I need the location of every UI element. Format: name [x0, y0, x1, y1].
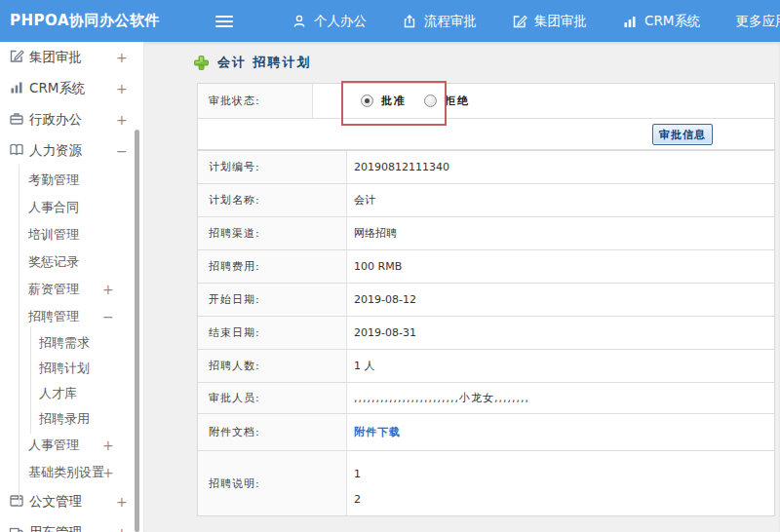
person-icon: [292, 14, 307, 29]
edit-icon: [9, 49, 24, 67]
edit-icon: [512, 14, 527, 29]
chart-icon: [9, 80, 24, 98]
topnav-item[interactable]: CRM系统: [622, 13, 700, 30]
sidebar-item-行政办公[interactable]: 行政办公+: [0, 104, 143, 135]
radio-approve[interactable]: 批准: [361, 94, 407, 108]
sidebar-item-人事管理[interactable]: 人事管理+: [0, 432, 143, 459]
sidebar-item-人才库[interactable]: 人才库: [0, 381, 143, 406]
sidebar-item-基础类别设置[interactable]: 基础类别设置+: [0, 459, 143, 486]
field-value: 12: [347, 451, 774, 515]
expand-icon[interactable]: +: [102, 465, 114, 480]
topnav-item[interactable]: 流程审批: [402, 13, 477, 30]
sidebar-item-label: 招聘录用: [39, 410, 90, 428]
tree-guide-line: [19, 165, 20, 506]
sidebar-item-label: 集团审批: [29, 49, 82, 66]
collapse-icon[interactable]: −: [102, 309, 114, 324]
table-row: 计划编号:20190812111340: [198, 151, 774, 184]
sidebar-item-人事合同[interactable]: 人事合同: [0, 194, 143, 221]
topnav-item-label: 集团审批: [534, 13, 587, 30]
topnav-item[interactable]: 更多应用: [735, 13, 780, 30]
approval-button-row: 审批信息: [198, 119, 774, 150]
sidebar-item-招聘录用[interactable]: 招聘录用: [0, 406, 143, 432]
approver-value: ,,,,,,,,,,,,,,,,,,,,,,,,小龙女,,,,,,,,: [354, 391, 529, 405]
sidebar-item-培训管理[interactable]: 培训管理: [0, 221, 143, 248]
expand-icon[interactable]: +: [116, 525, 128, 532]
table-row: 结束日期:2019-08-31: [198, 317, 774, 350]
field-value: 100 RMB: [347, 250, 774, 283]
app-logo: PHPOA协同办公软件: [0, 12, 160, 30]
table-row: 招聘人数:1 人: [198, 350, 774, 383]
sidebar-item-招聘管理[interactable]: 招聘管理−: [0, 303, 143, 330]
sidebar-item-招聘需求[interactable]: 招聘需求: [0, 330, 143, 356]
field-value: 1 人: [347, 350, 774, 382]
collapse-icon[interactable]: −: [116, 143, 128, 159]
field-value: 会计: [347, 184, 774, 216]
page-title-row: 会计 招聘计划: [194, 54, 312, 71]
expand-icon[interactable]: +: [116, 50, 128, 65]
approval-status-row: 审批状态: 批准 拒绝: [198, 84, 774, 119]
field-label: 开始日期:: [198, 284, 347, 316]
sidebar-item-label: 人事管理: [28, 437, 79, 454]
sidebar-item-label: 用车管理: [29, 524, 82, 532]
radio-approve-icon[interactable]: [361, 95, 373, 107]
expand-icon[interactable]: +: [116, 494, 128, 510]
sidebar-item-考勤管理[interactable]: 考勤管理: [0, 167, 143, 194]
page-title: 会计 招聘计划: [217, 54, 312, 71]
table-row: 开始日期:2019-08-12: [198, 284, 774, 317]
approval-status-label: 审批状态:: [198, 84, 313, 118]
sidebar-item-label: 人力资源: [29, 142, 82, 160]
field-label: 附件文档:: [198, 414, 347, 450]
expand-icon[interactable]: +: [116, 81, 128, 96]
briefcase-icon: [9, 111, 24, 130]
field-label: 招聘费用:: [198, 250, 347, 283]
radio-reject-label: 拒绝: [445, 94, 470, 108]
table-row: 计划名称:会计: [198, 184, 774, 217]
sidebar-item-label: 招聘需求: [39, 334, 90, 352]
topnav-item-label: CRM系统: [644, 13, 700, 30]
sidebar-item-label: 考勤管理: [28, 171, 79, 189]
hamburger-menu-icon[interactable]: [215, 13, 233, 30]
expand-icon[interactable]: +: [102, 437, 114, 453]
field-value-line: 1: [354, 462, 361, 487]
sidebar-item-奖惩记录[interactable]: 奖惩记录: [0, 248, 143, 276]
field-label: 计划编号:: [198, 151, 347, 183]
sidebar-item-label: 招聘计划: [39, 360, 90, 377]
radio-reject-icon[interactable]: [424, 95, 437, 107]
expand-icon[interactable]: +: [116, 112, 128, 128]
sidebar-item-label: CRM系统: [29, 80, 85, 97]
sidebar-item-label: 薪资管理: [28, 281, 79, 298]
sidebar-item-薪资管理[interactable]: 薪资管理+: [0, 276, 143, 303]
approval-section: 审批状态: 批准 拒绝 审批信息: [197, 83, 775, 151]
radio-approve-label: 批准: [381, 94, 407, 108]
sidebar-item-CRM系统[interactable]: CRM系统+: [0, 73, 143, 104]
topnav-item-label: 个人办公: [314, 13, 367, 30]
topnav-item[interactable]: 集团审批: [512, 13, 587, 30]
expand-icon[interactable]: +: [102, 282, 114, 297]
topnav-item-label: 更多应用: [735, 13, 780, 30]
add-icon: [194, 56, 209, 70]
field-value: 20190812111340: [347, 151, 774, 183]
approval-status-value: 批准 拒绝: [313, 84, 774, 118]
sidebar-item-集团审批[interactable]: 集团审批+: [0, 42, 143, 73]
sidebar-item-用车管理[interactable]: 用车管理+: [0, 517, 143, 532]
attachment-download-link[interactable]: 附件下载: [354, 425, 401, 439]
sidebar-item-公文管理[interactable]: 公文管理+: [0, 486, 143, 517]
process-icon: [402, 14, 417, 29]
radio-reject[interactable]: 拒绝: [424, 94, 470, 108]
approval-info-button[interactable]: 审批信息: [652, 124, 713, 145]
sidebar-scrollbar[interactable]: [135, 130, 139, 532]
topnav-item[interactable]: 个人办公: [292, 13, 367, 30]
field-value: ,,,,,,,,,,,,,,,,,,,,,,,,小龙女,,,,,,,,: [347, 383, 774, 413]
topnav-item-label: 流程审批: [424, 13, 477, 30]
table-row: 附件文档:附件下载: [198, 414, 774, 451]
field-label: 结束日期:: [198, 317, 347, 349]
sidebar-item-招聘计划[interactable]: 招聘计划: [0, 356, 143, 381]
field-label: 审批人员:: [198, 383, 347, 413]
sidebar-item-人力资源[interactable]: 人力资源−: [0, 135, 143, 167]
detail-table: 计划编号:20190812111340计划名称:会计招聘渠道:网络招聘招聘费用:…: [197, 150, 775, 516]
field-value: 2019-08-31: [347, 317, 774, 349]
field-value-line: 2: [354, 487, 361, 513]
table-row: 招聘费用:100 RMB: [198, 250, 774, 284]
tree-guide-line: [30, 326, 31, 434]
sidebar-item-label: 人事合同: [28, 199, 79, 216]
